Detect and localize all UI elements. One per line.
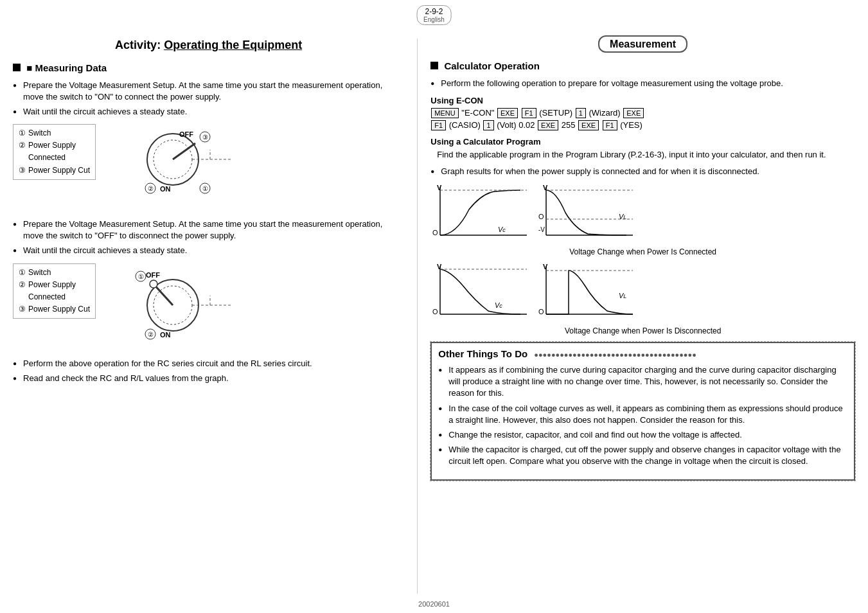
exe-key2: EXE [623, 108, 644, 118]
graph2-caption: Voltage Change when Power Is Disconnecte… [430, 326, 855, 335]
graph-bullet: Graph results for when the power supply … [430, 166, 855, 177]
svg-text:O: O [538, 308, 544, 315]
other-bullet-item: It appears as if combining the curve dur… [438, 364, 847, 400]
measuring-bullets-1: Prepare the Voltage Measurement Setup. A… [13, 80, 404, 118]
svg-text:OFF: OFF [146, 271, 160, 279]
svg-text:-V: -V [538, 226, 545, 233]
graph-vl-disconnected: V O VL [536, 263, 636, 324]
svg-text:OFF: OFF [179, 130, 193, 138]
graphs-area: V O Vc V O -V [430, 184, 855, 335]
calc-bullets-1: Perform the following operation to prepa… [430, 78, 855, 89]
svg-text:ON: ON [160, 185, 171, 193]
diagram-1: ① Switch ② Power SupplyConnected ③ Power… [13, 124, 404, 209]
left-section-title: ■ Measuring Data [13, 61, 404, 73]
svg-text:Vc: Vc [495, 301, 502, 309]
measurement-badge: Measurement [430, 39, 855, 50]
svg-text:③: ③ [202, 134, 208, 141]
graph-vc-disconnected: V O Vc [430, 263, 530, 324]
one-key: 1 [576, 108, 586, 118]
switch-label-box-1: ① Switch ② Power SupplyConnected ③ Power… [13, 124, 96, 180]
measuring-bullets-3: Perform the above operation for the RC s… [13, 358, 404, 384]
bullet-item: Wait until the circuit achieves a steady… [13, 245, 404, 256]
right-column: Measurement Calculator Operation Perform… [417, 39, 855, 594]
graph-vl-connected: V O -V VL [536, 184, 636, 245]
diagram-2: ① Switch ② Power SupplyConnected ③ Power… [13, 263, 404, 349]
econ-subtitle: Using E-CON [430, 96, 855, 105]
bullet-item: Graph results for when the power supply … [430, 166, 855, 177]
bullet-item: Read and check the RC and R/L values fro… [13, 373, 404, 384]
menu-key: MENU [431, 108, 458, 118]
label-item: ② Power SupplyConnected [19, 279, 90, 303]
label-item: ① Switch [19, 267, 90, 279]
circuit-diagram-1: OFF ON ③ ② ① [102, 124, 404, 209]
measuring-bullets-2: Prepare the Voltage Measurement Setup. A… [13, 218, 404, 257]
svg-text:O: O [432, 308, 438, 315]
calc-program-text: Find the applicable program in the Progr… [437, 149, 855, 161]
svg-point-22 [150, 280, 157, 288]
econ-section: Using E-CON MENU "E-CON" EXE F1 (SETUP) … [430, 96, 855, 130]
left-column: Activity: Operating the Equipment ■ Meas… [13, 39, 417, 594]
calculator-program-section: Using a Calculator Program Find the appl… [430, 137, 855, 161]
svg-text:②: ② [148, 331, 154, 338]
other-things-bullets: It appears as if combining the curve dur… [438, 364, 847, 468]
other-things-title: Other Things To Do ●●●●●●●●●●●●●●●●●●●●●… [438, 348, 847, 359]
one-key2: 1 [483, 120, 493, 130]
section-square-icon [13, 64, 21, 71]
graph-row-1: V O Vc V O -V [430, 184, 855, 245]
graph-row-2: V O Vc V O VL [430, 263, 855, 324]
svg-text:②: ② [148, 185, 154, 192]
svg-text:Vc: Vc [498, 226, 506, 233]
main-title: Activity: Operating the Equipment [13, 39, 404, 52]
svg-line-2 [173, 143, 195, 159]
bullet-item: Prepare the Voltage Measurement Setup. A… [13, 218, 404, 242]
svg-text:①: ① [202, 185, 208, 192]
exe-key4: EXE [578, 120, 599, 130]
exe-key: EXE [497, 108, 518, 118]
label-item: ② Power SupplyConnected [19, 139, 90, 164]
other-things-box: Other Things To Do ●●●●●●●●●●●●●●●●●●●●●… [430, 342, 855, 481]
label-item: ③ Power Supply Cut [19, 164, 90, 177]
label-item: ① Switch [19, 127, 90, 139]
other-bullet-item: Change the resistor, capacitor, and coil… [438, 429, 847, 441]
page-number: 2-9-2 English [416, 5, 452, 25]
svg-text:VL: VL [619, 292, 626, 299]
section-square-icon [430, 62, 438, 69]
bullet-item: Wait until the circuit achieves a steady… [13, 106, 404, 118]
calc-program-subtitle: Using a Calculator Program [430, 137, 855, 147]
bullet-item: Perform the following operation to prepa… [430, 78, 855, 89]
switch-label-box-2: ① Switch ② Power SupplyConnected ③ Power… [13, 263, 96, 319]
f1-key3: F1 [603, 120, 617, 130]
svg-text:O: O [432, 229, 438, 236]
other-bullet-item: While the capacitor is charged, cut off … [438, 444, 847, 467]
other-bullet-item: In the case of the coil voltage curves a… [438, 403, 847, 426]
bullet-item: Perform the above operation for the RC s… [13, 358, 404, 369]
label-item: ③ Power Supply Cut [19, 303, 90, 315]
right-section-title: Calculator Operation [430, 59, 855, 71]
f1-key2: F1 [431, 120, 446, 130]
svg-text:ON: ON [160, 331, 171, 339]
econ-line-2: F1 (CASIO) 1 (Volt) 0.02 EXE 255 EXE F1 … [430, 120, 855, 130]
svg-text:O: O [538, 213, 544, 220]
graph1-caption: Voltage Change when Power Is Connected [430, 247, 855, 256]
footer: 20020601 [418, 600, 450, 608]
exe-key3: EXE [538, 120, 558, 130]
svg-text:V: V [543, 263, 548, 271]
circuit-diagram-2: OFF ON ① ② [102, 263, 404, 349]
graph-vc-connected: V O Vc [430, 184, 530, 245]
f1-key: F1 [522, 108, 536, 118]
bullet-item: Prepare the Voltage Measurement Setup. A… [13, 80, 404, 103]
econ-line-1: MENU "E-CON" EXE F1 (SETUP) 1 (Wizard) E… [430, 108, 855, 118]
svg-text:①: ① [138, 273, 144, 280]
